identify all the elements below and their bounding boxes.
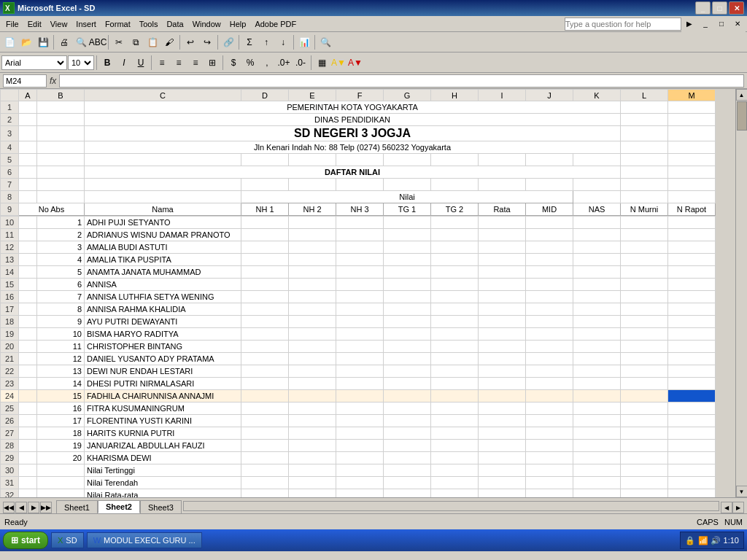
menu-view[interactable]: View: [46, 18, 72, 30]
summary-label[interactable]: Nilai Rata-rata: [85, 489, 241, 498]
menu-help[interactable]: Help: [225, 18, 251, 30]
decrease-decimal-button[interactable]: .0-: [293, 55, 309, 71]
cell-L2[interactable]: [621, 114, 668, 126]
new-button[interactable]: 📄: [1, 34, 18, 50]
menu-adobepdf[interactable]: Adobe PDF: [250, 18, 301, 30]
col-header-A[interactable]: A: [19, 90, 37, 101]
cell-rata[interactable]: Rata: [479, 203, 526, 216]
help-search-input[interactable]: [565, 18, 681, 31]
cell-tg1[interactable]: TG 1: [384, 203, 431, 216]
cell-A3[interactable]: [19, 126, 37, 141]
cell-nilai-header[interactable]: Nilai: [241, 191, 573, 203]
tab-sheet3[interactable]: Sheet3: [140, 500, 182, 513]
cell-M3[interactable]: [668, 126, 716, 141]
scroll-right-button[interactable]: ▶: [732, 502, 744, 513]
cell-mid[interactable]: MID: [526, 203, 573, 216]
menu-data[interactable]: Data: [162, 18, 187, 30]
copy-button[interactable]: ⧉: [128, 34, 144, 50]
hyperlink-button[interactable]: 🔗: [220, 34, 236, 50]
cell-C2[interactable]: DINAS PENDIDIKAN: [85, 114, 621, 126]
percent-button[interactable]: %: [242, 55, 258, 71]
paste-button[interactable]: 📋: [144, 34, 160, 50]
tab-sheet1[interactable]: Sheet1: [56, 500, 98, 513]
col-header-K[interactable]: K: [573, 90, 621, 101]
cell-reference-input[interactable]: [3, 74, 47, 88]
col-header-E[interactable]: E: [289, 90, 336, 101]
cell-C4[interactable]: Jln Kenari Indah No: 88 Telp (0274) 5602…: [85, 141, 621, 154]
restore-button[interactable]: □: [712, 1, 727, 15]
merge-center-button[interactable]: ⊞: [204, 55, 220, 71]
font-size-select[interactable]: 10: [68, 55, 94, 70]
col-header-M[interactable]: M: [668, 90, 716, 101]
print-preview-button[interactable]: 🔍: [73, 34, 89, 50]
sort-asc-button[interactable]: ↑: [258, 34, 274, 50]
col-header-B[interactable]: B: [37, 90, 85, 101]
redo-button[interactable]: ↪: [199, 34, 215, 50]
fill-color-button[interactable]: A▼: [330, 55, 347, 71]
taskbar-item-modul[interactable]: W MODUL EXECL GURU ...: [87, 532, 202, 548]
tab-last-button[interactable]: ▶▶: [40, 502, 52, 513]
close-excel-button[interactable]: ✕: [729, 16, 746, 32]
align-right-button[interactable]: ≡: [187, 55, 204, 71]
italic-button[interactable]: I: [116, 55, 132, 71]
zoom-button[interactable]: 🔍: [317, 34, 333, 50]
font-select[interactable]: Arial: [1, 55, 67, 70]
cell-B2[interactable]: [37, 114, 85, 126]
tab-sheet2[interactable]: Sheet2: [98, 500, 140, 513]
cell-nh3[interactable]: NH 3: [336, 203, 384, 216]
chart-button[interactable]: 📊: [296, 34, 312, 50]
cell-daftar-nilai[interactable]: DAFTAR NILAI: [85, 166, 621, 179]
summary-label[interactable]: Nilai Terendah: [85, 477, 241, 489]
formula-input[interactable]: [59, 74, 744, 88]
cell-L3[interactable]: [621, 126, 668, 141]
horizontal-scrollbar[interactable]: [183, 501, 719, 511]
borders-button[interactable]: ▦: [314, 55, 330, 71]
restore-excel-button[interactable]: □: [713, 16, 729, 32]
cell-tg2[interactable]: TG 2: [431, 203, 479, 216]
align-left-button[interactable]: ≡: [154, 55, 170, 71]
print-button[interactable]: 🖨: [56, 34, 72, 50]
open-button[interactable]: 📂: [18, 34, 34, 50]
cell-C3[interactable]: SD NEGERI 3 JOGJA: [85, 126, 621, 141]
cell-nh1[interactable]: NH 1: [241, 203, 289, 216]
tab-first-button[interactable]: ◀◀: [3, 502, 15, 513]
taskbar-item-sd[interactable]: X SD: [51, 532, 84, 548]
cell-A5[interactable]: [19, 154, 37, 166]
align-center-button[interactable]: ≡: [171, 55, 187, 71]
bold-button[interactable]: B: [99, 55, 115, 71]
menu-window[interactable]: Window: [188, 18, 225, 30]
sort-desc-button[interactable]: ↓: [275, 34, 291, 50]
cell-L1[interactable]: [621, 101, 668, 114]
cell-nama[interactable]: Nama: [85, 203, 241, 216]
cell-B1[interactable]: [37, 101, 85, 114]
summary-label[interactable]: Nilai Tertinggi: [85, 464, 241, 477]
cell-L4[interactable]: [621, 141, 668, 154]
undo-button[interactable]: ↩: [182, 34, 198, 50]
cell-nas[interactable]: NAS: [573, 203, 621, 216]
cell-A4[interactable]: [19, 141, 37, 154]
menu-file[interactable]: File: [1, 18, 23, 30]
save-button[interactable]: 💾: [35, 34, 51, 50]
autosum-button[interactable]: Σ: [241, 34, 258, 50]
menu-insert[interactable]: Insert: [71, 18, 101, 30]
col-header-F[interactable]: F: [336, 90, 384, 101]
scroll-thumb[interactable]: [737, 101, 747, 131]
spell-check-button[interactable]: ABC: [90, 34, 106, 50]
col-header-J[interactable]: J: [526, 90, 573, 101]
tab-prev-button[interactable]: ◀: [15, 502, 27, 513]
cell-M4[interactable]: [668, 141, 716, 154]
cell-no-abs[interactable]: No Abs: [19, 203, 85, 216]
menu-edit[interactable]: Edit: [23, 18, 46, 30]
col-header-I[interactable]: I: [479, 90, 526, 101]
menu-format[interactable]: Format: [101, 18, 135, 30]
cell-nrapot[interactable]: N Rapot: [668, 203, 716, 216]
scroll-down-button[interactable]: ▼: [736, 486, 748, 497]
minimize-excel-button[interactable]: _: [697, 16, 713, 32]
menu-tools[interactable]: Tools: [135, 18, 163, 30]
help-arrow-button[interactable]: ▶: [681, 16, 697, 32]
underline-button[interactable]: U: [133, 55, 149, 71]
format-painter-button[interactable]: 🖌: [161, 34, 177, 50]
cell-A2[interactable]: [19, 114, 37, 126]
close-button[interactable]: ✕: [729, 1, 744, 15]
col-header-L[interactable]: L: [621, 90, 668, 101]
